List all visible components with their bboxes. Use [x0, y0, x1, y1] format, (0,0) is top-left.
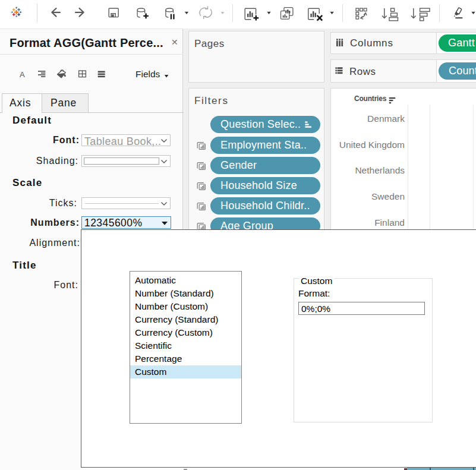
svg-text:A: A — [20, 70, 25, 79]
svg-text:Fields: Fields — [135, 69, 160, 79]
